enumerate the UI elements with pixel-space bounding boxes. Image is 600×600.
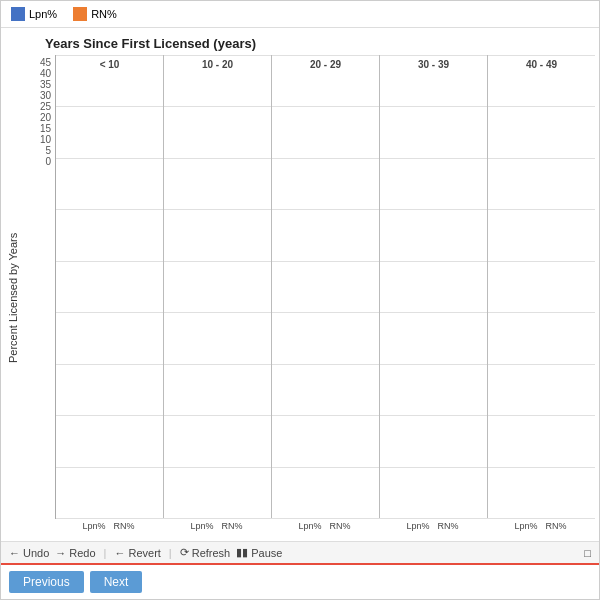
y-tick: 15 <box>40 123 51 134</box>
y-tick: 25 <box>40 101 51 112</box>
sep2: | <box>169 547 172 559</box>
chart-legend: Lpn% RN% <box>1 1 599 28</box>
revert-button[interactable]: ← Revert <box>114 547 160 559</box>
legend-item-rn: RN% <box>73 7 117 21</box>
legend-color-lpn <box>11 7 25 21</box>
refresh-icon: ⟳ <box>180 546 189 559</box>
expand-icon: □ <box>584 547 591 559</box>
chart-inner: Percent Licensed by Years 45403530252015… <box>5 55 595 541</box>
x-bar-label: Lpn% <box>296 521 324 541</box>
pause-icon: ▮▮ <box>236 546 248 559</box>
refresh-button[interactable]: ⟳ Refresh <box>180 546 231 559</box>
redo-button[interactable]: → Redo <box>55 547 95 559</box>
category-label: 20 - 29 <box>272 59 379 70</box>
revert-icon: ← <box>114 547 125 559</box>
toolbar: ← Undo → Redo | ← Revert | ⟳ Refresh ▮▮ … <box>1 541 599 563</box>
y-tick: 40 <box>40 68 51 79</box>
y-axis: 454035302520151050 <box>21 55 55 541</box>
category: 40 - 49 <box>488 55 595 518</box>
x-labels-row: Lpn%RN%Lpn%RN%Lpn%RN%Lpn%RN%Lpn%RN% <box>55 519 595 541</box>
x-bar-label: RN% <box>218 521 246 541</box>
chart-title: Years Since First Licensed (years) <box>5 36 595 55</box>
legend-item-lpn: Lpn% <box>11 7 57 21</box>
y-tick: 20 <box>40 112 51 123</box>
x-category-labels: Lpn%RN% <box>379 519 487 541</box>
pause-label: Pause <box>251 547 282 559</box>
sep1: | <box>104 547 107 559</box>
undo-button[interactable]: ← Undo <box>9 547 49 559</box>
x-bar-label: Lpn% <box>188 521 216 541</box>
y-tick: 10 <box>40 134 51 145</box>
redo-label: Redo <box>69 547 95 559</box>
x-bar-label: RN% <box>542 521 570 541</box>
bars-and-grid: < 1010 - 2020 - 2930 - 3940 - 49 <box>55 55 595 519</box>
chart-container: Lpn% RN% Years Since First Licensed (yea… <box>0 0 600 600</box>
x-bar-label: RN% <box>110 521 138 541</box>
x-bar-label: Lpn% <box>80 521 108 541</box>
category: < 10 <box>56 55 164 518</box>
refresh-label: Refresh <box>192 547 231 559</box>
category: 10 - 20 <box>164 55 272 518</box>
chart-area: Years Since First Licensed (years) Perce… <box>1 28 599 541</box>
next-button[interactable]: Next <box>90 571 143 593</box>
redo-icon: → <box>55 547 66 559</box>
grid-line <box>56 518 595 519</box>
expand-button[interactable]: □ <box>584 547 591 559</box>
y-tick: 0 <box>45 156 51 167</box>
nav-buttons: Previous Next <box>1 563 599 599</box>
category-label: 30 - 39 <box>380 59 487 70</box>
y-axis-title: Percent Licensed by Years <box>5 55 21 541</box>
y-tick: 35 <box>40 79 51 90</box>
x-category-labels: Lpn%RN% <box>271 519 379 541</box>
undo-icon: ← <box>9 547 20 559</box>
y-tick: 30 <box>40 90 51 101</box>
revert-label: Revert <box>128 547 160 559</box>
x-category-labels: Lpn%RN% <box>55 519 163 541</box>
x-bar-label: Lpn% <box>404 521 432 541</box>
legend-label-rn: RN% <box>91 8 117 20</box>
category-label: 40 - 49 <box>488 59 595 70</box>
x-category-labels: Lpn%RN% <box>487 519 595 541</box>
x-category-labels: Lpn%RN% <box>163 519 271 541</box>
category: 30 - 39 <box>380 55 488 518</box>
x-bar-label: RN% <box>434 521 462 541</box>
plot-area: < 1010 - 2020 - 2930 - 3940 - 49 Lpn%RN%… <box>55 55 595 541</box>
category: 20 - 29 <box>272 55 380 518</box>
y-tick: 45 <box>40 57 51 68</box>
legend-color-rn <box>73 7 87 21</box>
y-tick: 5 <box>45 145 51 156</box>
previous-button[interactable]: Previous <box>9 571 84 593</box>
category-label: < 10 <box>56 59 163 70</box>
pause-button[interactable]: ▮▮ Pause <box>236 546 282 559</box>
categories-container: < 1010 - 2020 - 2930 - 3940 - 49 <box>56 55 595 518</box>
legend-label-lpn: Lpn% <box>29 8 57 20</box>
x-bar-label: Lpn% <box>512 521 540 541</box>
undo-label: Undo <box>23 547 49 559</box>
category-label: 10 - 20 <box>164 59 271 70</box>
x-bar-label: RN% <box>326 521 354 541</box>
